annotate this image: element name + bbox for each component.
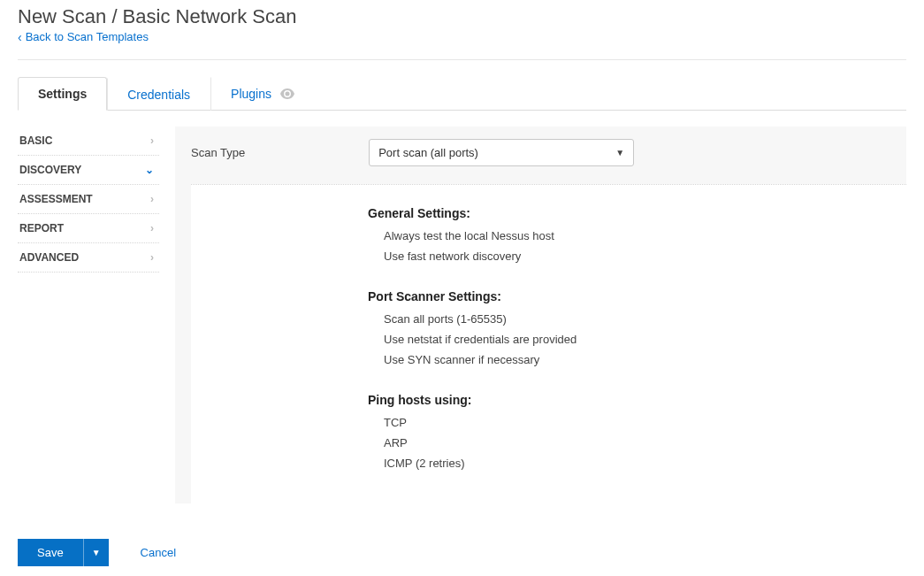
sidebar-item-label: DISCOVERY	[19, 164, 81, 176]
save-button[interactable]: Save	[18, 539, 83, 566]
section-item: Scan all ports (1-65535)	[384, 312, 906, 326]
chevron-right-icon: ›	[150, 251, 154, 264]
sidebar: BASIC › DISCOVERY ⌄ ASSESSMENT › REPORT …	[18, 127, 159, 503]
section-item: ICMP (2 retries)	[384, 457, 906, 470]
chevron-right-icon: ›	[150, 193, 154, 205]
tab-settings[interactable]: Settings	[18, 77, 107, 111]
layout: BASIC › DISCOVERY ⌄ ASSESSMENT › REPORT …	[18, 127, 906, 503]
tabs: Settings Credentials Plugins	[18, 76, 906, 111]
sidebar-item-label: ASSESSMENT	[19, 193, 93, 205]
section-heading: Port Scanner Settings:	[368, 289, 906, 303]
sidebar-item-report[interactable]: REPORT ›	[18, 214, 159, 243]
sidebar-item-label: BASIC	[19, 134, 52, 147]
tab-label: Settings	[38, 87, 87, 101]
scan-type-row: Scan Type Port scan (all ports) ▼	[175, 127, 906, 184]
section-heading: Ping hosts using:	[368, 393, 906, 407]
tab-label: Plugins	[231, 87, 271, 101]
chevron-right-icon: ›	[150, 134, 154, 147]
sidebar-item-basic[interactable]: BASIC ›	[18, 127, 159, 156]
back-link-label: Back to Scan Templates	[26, 30, 149, 43]
cancel-link[interactable]: Cancel	[141, 546, 176, 559]
save-dropdown-button[interactable]: ▼	[83, 539, 109, 566]
section-item: ARP	[384, 436, 906, 449]
sidebar-item-label: REPORT	[19, 222, 64, 234]
content-pane: Scan Type Port scan (all ports) ▼ Genera…	[175, 127, 906, 503]
sidebar-item-assessment[interactable]: ASSESSMENT ›	[18, 185, 159, 214]
sidebar-item-advanced[interactable]: ADVANCED ›	[18, 243, 159, 273]
caret-down-icon: ▼	[92, 548, 101, 557]
tab-credentials[interactable]: Credentials	[107, 78, 210, 111]
caret-down-icon: ▼	[615, 148, 624, 157]
section-item: Use SYN scanner if necessary	[384, 353, 906, 366]
sidebar-item-discovery[interactable]: DISCOVERY ⌄	[18, 156, 159, 185]
details-panel: General Settings: Always test the local …	[191, 184, 906, 503]
back-link[interactable]: ‹ Back to Scan Templates	[18, 30, 149, 43]
chevron-left-icon: ‹	[18, 31, 22, 43]
eye-icon	[280, 88, 294, 102]
section-item: Use netstat if credentials are provided	[384, 333, 906, 346]
scan-type-label: Scan Type	[191, 146, 245, 159]
chevron-down-icon: ⌄	[145, 164, 154, 176]
save-button-group: Save ▼	[18, 539, 109, 566]
chevron-right-icon: ›	[150, 222, 154, 234]
section-heading: General Settings:	[368, 206, 906, 220]
footer: Save ▼ Cancel	[18, 539, 906, 566]
tab-plugins[interactable]: Plugins	[210, 77, 315, 111]
page-title: New Scan / Basic Network Scan	[18, 5, 906, 28]
section-item: TCP	[384, 416, 906, 429]
tab-label: Credentials	[127, 88, 190, 102]
divider	[18, 59, 906, 60]
section-item: Use fast network discovery	[384, 250, 906, 263]
sidebar-item-label: ADVANCED	[19, 251, 79, 264]
section-item: Always test the local Nessus host	[384, 229, 906, 242]
select-value: Port scan (all ports)	[378, 146, 478, 159]
scan-type-select[interactable]: Port scan (all ports) ▼	[369, 139, 634, 166]
